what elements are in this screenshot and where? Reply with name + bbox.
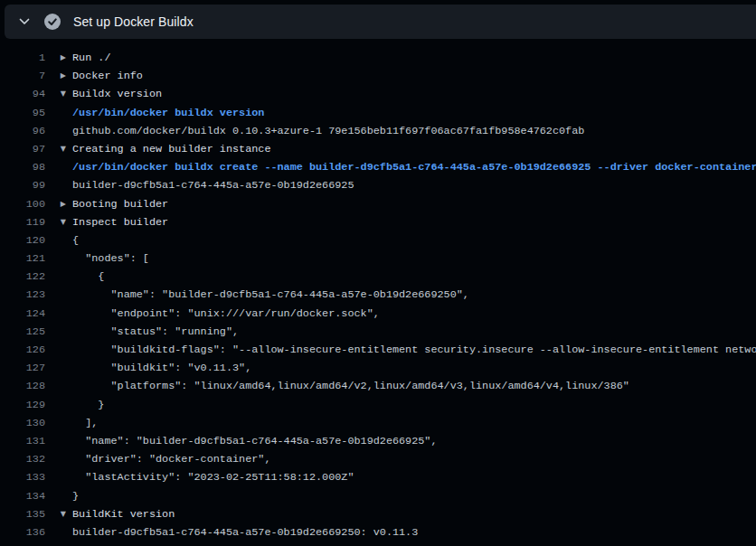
step-header[interactable]: Set up Docker Buildx (5, 5, 756, 39)
caret-expanded-icon[interactable]: ▼ (45, 85, 72, 103)
log-output-text: } (72, 396, 104, 414)
caret-expanded-icon[interactable]: ▼ (45, 213, 72, 231)
log-output-text: "status": "running", (72, 323, 239, 341)
log-output-text: "nodes": [ (72, 249, 149, 268)
line-number[interactable]: 131 (0, 432, 45, 450)
log-output-text: "platforms": "linux/amd64,linux/amd64/v2… (72, 377, 629, 395)
log-line: 126 "buildkitd-flags": "--allow-insecure… (0, 341, 756, 359)
log-line: 122 { (0, 268, 756, 286)
log-line: 120{ (0, 231, 756, 249)
log-group-title[interactable]: Creating a new builder instance (72, 140, 270, 158)
log-line: 121 "nodes": [ (0, 249, 756, 268)
log-group-title[interactable]: Inspect builder (72, 213, 168, 231)
line-number[interactable]: 130 (0, 414, 45, 432)
caret-slot (45, 249, 72, 268)
log-group-title[interactable]: Run ./ (72, 49, 110, 67)
log-line: 1▶Run ./ (0, 49, 756, 67)
line-number[interactable]: 7 (0, 67, 45, 85)
line-number[interactable]: 94 (0, 85, 45, 103)
log-lines: 1▶Run ./7▶Docker info94▼Buildx version95… (0, 39, 756, 546)
log-output-text: builder-d9cfb5a1-c764-445a-a57e-0b19d2e6… (72, 176, 354, 194)
log-line: 94▼Buildx version (0, 85, 756, 103)
caret-expanded-icon[interactable]: ▼ (45, 505, 72, 523)
line-number[interactable]: 128 (0, 377, 45, 395)
log-group-title[interactable]: Docker info (72, 67, 143, 85)
log-group-title[interactable]: BuildKit version (72, 505, 175, 523)
log-line: 133 "lastActivity": "2023-02-25T11:58:12… (0, 468, 756, 486)
line-number[interactable]: 120 (0, 231, 45, 249)
caret-slot (45, 414, 72, 432)
line-number[interactable]: 121 (0, 249, 45, 268)
line-number[interactable]: 132 (0, 450, 45, 468)
log-output-text: ], (72, 414, 98, 432)
line-number[interactable]: 133 (0, 468, 45, 486)
log-group-title[interactable]: Buildx version (72, 85, 162, 103)
caret-slot (45, 396, 72, 414)
caret-slot (45, 450, 72, 468)
log-output-text: "lastActivity": "2023-02-25T11:58:12.000… (72, 468, 354, 486)
log-line: 132 "driver": "docker-container", (0, 450, 756, 468)
log-output-text: } (72, 487, 79, 505)
line-number[interactable]: 100 (0, 195, 45, 213)
caret-slot (45, 176, 72, 194)
log-output-text: { (72, 231, 79, 249)
line-number[interactable]: 125 (0, 323, 45, 341)
log-line: 134} (0, 487, 756, 505)
line-number[interactable]: 122 (0, 268, 45, 286)
log-output-text: "buildkitd-flags": "--allow-insecure-ent… (72, 341, 756, 359)
log-line: 135▼BuildKit version (0, 505, 756, 523)
log-output-text: { (72, 268, 104, 286)
log-output-text: "endpoint": "unix:///var/run/docker.sock… (72, 305, 380, 323)
log-line: 95/usr/bin/docker buildx version (0, 104, 756, 122)
line-number[interactable]: 119 (0, 213, 45, 231)
log-group-title[interactable]: Booting builder (72, 195, 168, 213)
log-line: 7▶Docker info (0, 67, 756, 85)
caret-slot (45, 268, 72, 286)
line-number[interactable]: 127 (0, 359, 45, 377)
line-number[interactable]: 129 (0, 396, 45, 414)
log-line: 130 ], (0, 414, 756, 432)
caret-expanded-icon[interactable]: ▼ (45, 140, 72, 158)
caret-slot (45, 104, 72, 122)
caret-slot (45, 158, 72, 176)
log-line: 119▼Inspect builder (0, 213, 756, 231)
line-number[interactable]: 1 (0, 49, 45, 67)
log-output-text: builder-d9cfb5a1-c764-445a-a57e-0b19d2e6… (72, 523, 418, 541)
log-line: 127 "buildkit": "v0.11.3", (0, 359, 756, 377)
caret-slot (45, 323, 72, 341)
log-line: 123 "name": "builder-d9cfb5a1-c764-445a-… (0, 286, 756, 304)
line-number[interactable]: 95 (0, 104, 45, 122)
line-number[interactable]: 98 (0, 158, 45, 176)
caret-collapsed-icon[interactable]: ▶ (45, 49, 72, 67)
log-output-text: "driver": "docker-container", (72, 450, 270, 468)
step-title: Set up Docker Buildx (73, 14, 194, 29)
caret-slot (45, 359, 72, 377)
caret-slot (45, 305, 72, 323)
caret-collapsed-icon[interactable]: ▶ (45, 195, 72, 213)
log-output-text: "name": "builder-d9cfb5a1-c764-445a-a57e… (72, 432, 438, 450)
line-number[interactable]: 134 (0, 487, 45, 505)
line-number[interactable]: 99 (0, 176, 45, 194)
caret-slot (45, 122, 72, 140)
log-line: 131 "name": "builder-d9cfb5a1-c764-445a-… (0, 432, 756, 450)
log-line: 100▶Booting builder (0, 195, 756, 213)
log-line: 129 } (0, 396, 756, 414)
line-number[interactable]: 123 (0, 286, 45, 304)
caret-slot (45, 468, 72, 486)
line-number[interactable]: 124 (0, 305, 45, 323)
caret-collapsed-icon[interactable]: ▶ (45, 67, 72, 85)
chevron-down-icon[interactable] (18, 15, 31, 28)
log-output-text: "buildkit": "v0.11.3", (72, 359, 251, 377)
log-line: 99builder-d9cfb5a1-c764-445a-a57e-0b19d2… (0, 176, 756, 194)
log-output-text: "name": "builder-d9cfb5a1-c764-445a-a57e… (72, 286, 469, 304)
line-number[interactable]: 136 (0, 523, 45, 541)
line-number[interactable]: 126 (0, 341, 45, 359)
log-line: 96github.com/docker/buildx 0.10.3+azure-… (0, 122, 756, 140)
log-command-text: /usr/bin/docker buildx version (72, 104, 264, 122)
check-circle-icon (44, 14, 61, 30)
line-number[interactable]: 96 (0, 122, 45, 140)
line-number[interactable]: 97 (0, 140, 45, 158)
caret-slot (45, 432, 72, 450)
line-number[interactable]: 135 (0, 505, 45, 523)
log-line: 97▼Creating a new builder instance (0, 140, 756, 158)
